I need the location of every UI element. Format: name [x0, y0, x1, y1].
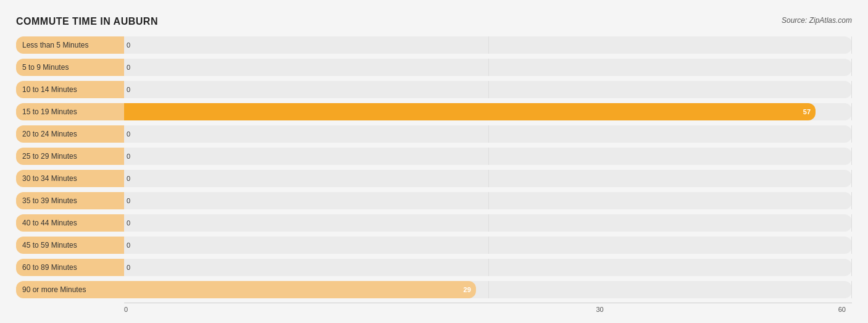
- bar-label: 25 to 29 Minutes: [16, 148, 124, 165]
- chart-header: COMMUTE TIME IN AUBURN Source: ZipAtlas.…: [16, 16, 852, 27]
- bar-label: 35 to 39 Minutes: [16, 192, 124, 209]
- bar-row: 90 or more Minutes29: [16, 279, 852, 300]
- bar-label: 20 to 24 Minutes: [16, 125, 124, 143]
- bar-label: 15 to 19 Minutes: [16, 103, 124, 120]
- bar-label: 40 to 44 Minutes: [16, 214, 124, 232]
- bar-row: 60 to 89 Minutes0: [16, 257, 852, 278]
- bar-row: 35 to 39 Minutes0: [16, 190, 852, 211]
- chart-area: Less than 5 Minutes05 to 9 Minutes010 to…: [16, 35, 852, 300]
- axis-label-max: 60: [838, 306, 846, 313]
- bar-track: 0: [124, 59, 852, 76]
- bar-row: 40 to 44 Minutes0: [16, 212, 852, 233]
- bar-track: 57: [124, 103, 852, 120]
- bar-label: 60 to 89 Minutes: [16, 259, 124, 276]
- chart-source: Source: ZipAtlas.com: [782, 16, 852, 25]
- bar-track: 0: [124, 81, 852, 98]
- bar-fill: 57: [124, 103, 816, 120]
- bar-zero-value: 0: [127, 130, 130, 138]
- bar-fill: 29: [124, 281, 476, 298]
- bar-zero-value: 0: [127, 219, 130, 227]
- bar-track: 0: [124, 259, 852, 276]
- axis-label-mid: 30: [596, 306, 604, 313]
- bar-row: 10 to 14 Minutes0: [16, 79, 852, 100]
- bar-label: Less than 5 Minutes: [16, 36, 124, 54]
- bar-row: 45 to 59 Minutes0: [16, 235, 852, 256]
- bar-label: 5 to 9 Minutes: [16, 59, 124, 76]
- bar-zero-value: 0: [127, 175, 130, 182]
- bar-track: 0: [124, 214, 852, 232]
- bar-track: 0: [124, 125, 852, 143]
- bar-zero-value: 0: [127, 86, 130, 93]
- bar-track: 0: [124, 192, 852, 209]
- bar-value: 57: [803, 108, 811, 115]
- bar-row: 30 to 34 Minutes0: [16, 168, 852, 189]
- bar-track: 0: [124, 170, 852, 187]
- bar-track: 0: [124, 36, 852, 54]
- bar-label: 10 to 14 Minutes: [16, 81, 124, 98]
- bar-value: 29: [464, 286, 471, 293]
- bar-label: 45 to 59 Minutes: [16, 237, 124, 254]
- bar-row: 20 to 24 Minutes0: [16, 124, 852, 145]
- bar-track: 29: [124, 281, 852, 298]
- bar-track: 0: [124, 148, 852, 165]
- bar-label: 30 to 34 Minutes: [16, 170, 124, 187]
- bar-zero-value: 0: [127, 41, 130, 49]
- bar-row: Less than 5 Minutes0: [16, 35, 852, 56]
- bar-row: 5 to 9 Minutes0: [16, 57, 852, 78]
- bar-zero-value: 0: [127, 264, 130, 271]
- bar-zero-value: 0: [127, 153, 130, 160]
- bar-label: 90 or more Minutes: [16, 281, 124, 298]
- bar-track: 0: [124, 237, 852, 254]
- chart-container: COMMUTE TIME IN AUBURN Source: ZipAtlas.…: [10, 10, 858, 323]
- bar-zero-value: 0: [127, 64, 130, 71]
- bar-zero-value: 0: [127, 197, 130, 204]
- bar-row: 25 to 29 Minutes0: [16, 146, 852, 167]
- axis-labels: 0 30 60: [124, 303, 852, 314]
- bar-row: 15 to 19 Minutes57: [16, 101, 852, 122]
- bar-zero-value: 0: [127, 241, 130, 249]
- chart-title: COMMUTE TIME IN AUBURN: [16, 16, 158, 27]
